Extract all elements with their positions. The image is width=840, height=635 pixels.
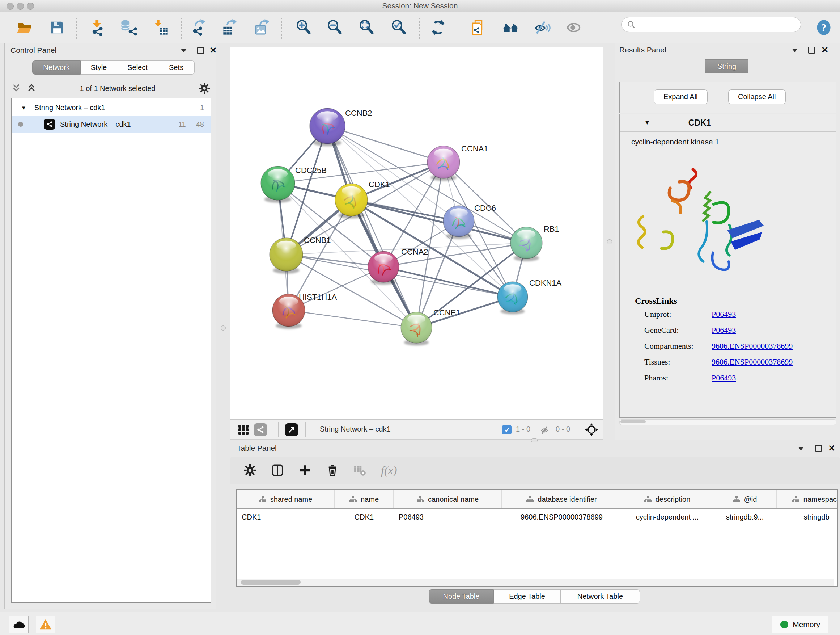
tab-node-table[interactable]: Node Table [429,589,494,603]
table-cell[interactable]: stringdb [777,513,838,521]
import-network-database-icon[interactable] [120,19,137,36]
clone-network-icon[interactable] [470,19,487,36]
tab-style[interactable]: Style [81,60,117,74]
search-input[interactable] [636,20,789,29]
export-table-icon[interactable] [222,19,239,36]
results-panel-menu-icon[interactable] [791,49,798,52]
table-panel-menu-icon[interactable] [798,447,804,451]
left-splitter-grip[interactable] [221,325,226,331]
hide-selected-eye-icon[interactable] [534,19,551,36]
crosslink-value-link[interactable]: P06493 [712,310,736,319]
zoom-fit-icon[interactable] [358,19,376,36]
tab-network-table[interactable]: Network Table [561,589,640,603]
main-toolbar: ? [0,12,840,43]
pan-crosshair-icon[interactable] [584,423,598,437]
network-graph[interactable]: CCNB2CCNA1CDC25BCDK1CDC6RB1CCNB1CCNA2CDK… [230,48,603,419]
cloud-status-button[interactable] [9,616,28,633]
table-cell[interactable]: cyclin-dependent ... [622,513,713,521]
tab-string[interactable]: String [706,59,748,73]
column-header-shared-name[interactable]: shared name [237,490,335,508]
section-expander-icon[interactable]: ▼ [644,119,650,126]
home-icon[interactable] [502,19,519,36]
export-network-icon[interactable] [191,19,208,36]
network-row[interactable]: String Network – cdk1 11 48 [11,116,210,133]
export-image-icon[interactable] [254,19,271,36]
right-splitter-grip[interactable] [607,239,612,244]
open-in-window-icon[interactable] [285,423,298,436]
network-node-CCNA2[interactable] [368,251,399,285]
network-options-gear-icon[interactable] [199,82,210,94]
table-panel-close-icon[interactable]: ✕ [828,445,835,451]
network-edge[interactable] [327,126,444,162]
network-edge[interactable] [351,200,526,243]
network-node-CCNB1[interactable] [270,238,303,274]
tab-select[interactable]: Select [117,60,158,74]
control-panel-close-icon[interactable]: ✕ [210,47,217,54]
crosslink-value-link[interactable]: P06493 [712,373,736,383]
crosslink-value-link[interactable]: P06493 [712,325,736,335]
table-cell[interactable]: CDK1 [237,513,335,521]
delete-column-icon[interactable] [326,464,339,477]
network-edge[interactable] [327,126,416,328]
table-cell[interactable]: CDK1 [335,513,393,521]
network-collection-row[interactable]: ▼ String Network – cdk1 1 [11,99,210,116]
horizontal-splitter-grip[interactable] [531,439,538,442]
collapse-all-button[interactable]: Collapse All [728,89,786,104]
network-edge[interactable] [289,310,416,328]
birdseye-grid-icon[interactable] [237,424,249,436]
network-node-CDC6[interactable] [443,206,474,239]
table-options-gear-icon[interactable] [243,464,256,477]
column-header-name[interactable]: name [335,490,393,508]
network-node-CDKN1A[interactable] [497,282,528,314]
zoom-in-icon[interactable] [295,19,313,36]
results-panel-float-icon[interactable] [808,47,815,54]
open-session-icon[interactable] [16,19,33,36]
network-node-CCNE1[interactable] [401,312,432,345]
network-edge[interactable] [384,267,513,297]
crosslink-value-link[interactable]: 9606.ENSP00000378699 [712,341,793,351]
add-column-icon[interactable] [298,464,311,477]
help-icon[interactable]: ? [815,19,832,36]
expand-all-icon[interactable] [27,83,36,93]
table-row[interactable]: CDK1CDK1P064939606.ENSP00000378699cyclin… [237,509,837,525]
show-columns-icon[interactable] [271,464,284,477]
show-all-eye-icon[interactable] [565,19,583,36]
node-section-header[interactable]: ▼ CDK1 [620,114,836,132]
control-panel-menu-icon[interactable] [180,49,187,53]
results-panel-close-icon[interactable]: ✕ [821,47,829,53]
table-cell[interactable]: P06493 [393,513,502,521]
network-node-CCNA1[interactable] [427,146,460,181]
crosslink-value-link[interactable]: 9606.ENSP00000378699 [712,357,793,367]
table-cell[interactable]: 9606.ENSP00000378699 [502,513,622,521]
column-header-database-identifier[interactable]: database identifier [502,490,622,508]
column-header-description[interactable]: description [622,490,713,508]
table-panel-float-icon[interactable] [815,445,822,452]
zoom-selected-icon[interactable] [390,19,408,36]
network-canvas[interactable]: CCNB2CCNA1CDC25BCDK1CDC6RB1CCNB1CCNA2CDK… [230,47,603,419]
table-hscrollbar[interactable] [237,578,834,586]
tab-edge-table[interactable]: Edge Table [494,589,561,603]
selected-items-checkbox-icon[interactable] [502,425,512,434]
expand-all-button[interactable]: Expand All [654,89,707,104]
import-table-icon[interactable] [152,19,169,36]
column-header-canonical-name[interactable]: canonical name [393,490,502,508]
network-node-RB1[interactable] [510,227,542,261]
collection-expander-icon[interactable]: ▼ [21,105,27,111]
search-box[interactable] [622,17,801,32]
import-network-file-icon[interactable] [89,19,107,36]
results-scrollbar[interactable] [619,419,836,425]
tab-network[interactable]: Network [32,60,81,74]
column-header-namespace[interactable]: namespace [777,490,838,508]
network-node-CDC25B[interactable] [261,166,295,203]
tab-sets[interactable]: Sets [158,60,195,74]
control-panel-float-icon[interactable] [197,47,204,54]
apply-layout-icon[interactable] [429,19,447,36]
warning-status-button[interactable] [36,616,55,633]
memory-button[interactable]: Memory [772,616,829,633]
network-annotations-icon[interactable] [254,423,267,436]
table-cell[interactable]: stringdb:9... [713,513,777,521]
column-header--id[interactable]: @id [713,490,777,508]
save-session-icon[interactable] [49,19,66,36]
collapse-all-icon[interactable] [11,83,21,93]
zoom-out-icon[interactable] [326,19,344,36]
